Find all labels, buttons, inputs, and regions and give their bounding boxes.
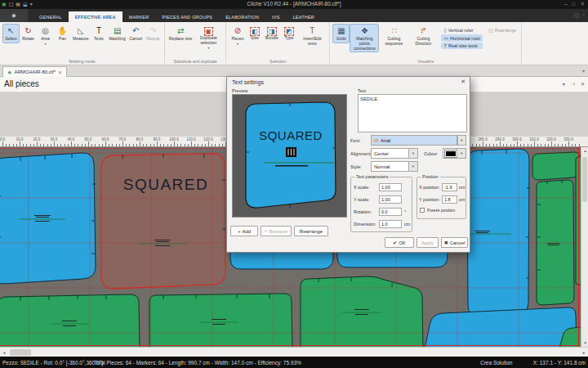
ribbon-button-bundle[interactable]: ◨Bundle — [263, 24, 280, 43]
ribbon-toggle-real-size-texts[interactable]: TReal size texts — [441, 43, 483, 49]
scroll-up-icon[interactable]: ▴ — [581, 147, 588, 155]
minimize-ribbon-icon[interactable]: ▫ — [583, 12, 585, 20]
x-scale-field[interactable] — [379, 183, 402, 191]
font-value: Arial — [378, 138, 457, 143]
y-scale-field[interactable] — [379, 195, 402, 204]
ribbon-button-measure[interactable]: ◺Measure — [71, 24, 90, 43]
minimize-icon[interactable]: – — [564, 0, 568, 8]
ribbon-button-select[interactable]: ↖Select — [2, 24, 20, 43]
dialog-close-icon[interactable]: ✕ — [461, 79, 466, 85]
file-menu-button[interactable]: ◆ — [0, 9, 28, 22]
ok-button[interactable]: ✔ OK — [385, 237, 414, 248]
ribbon-button-type[interactable]: ◩Type — [280, 24, 297, 43]
ribbon-button-cancel[interactable]: ↶Cancel — [127, 24, 145, 43]
check-icon: ✔ — [393, 240, 397, 245]
remove-button[interactable]: − Remove — [261, 226, 292, 236]
ribbon-toggle-horizontal-ruler[interactable]: ▭Horizontal ruler — [441, 34, 483, 42]
scroll-right-icon[interactable]: ▸ — [580, 348, 588, 357]
titlebar: ▣ ▢ ▤ ⬓ ▾ Cliche V10 R2.44 - [ARMCHAIR-8… — [0, 0, 588, 9]
rotation-field[interactable] — [379, 208, 402, 216]
ruler-tick — [60, 144, 61, 146]
ruler-tick — [122, 141, 123, 146]
document-tab[interactable]: ❖ ARMCHAIR-80.clf* ✕ — [2, 66, 67, 77]
y-position-field[interactable] — [442, 195, 457, 204]
cancel-button[interactable]: ✖ Cancel — [441, 237, 468, 248]
ribbon-button-area[interactable]: ◎Area▾ — [37, 24, 54, 47]
chevron-down-icon: ▾ — [408, 149, 417, 158]
ribbon-button-cutting-direction[interactable]: ↱Cutting Direction — [408, 24, 438, 48]
panel-pin-icon[interactable]: ⊤ — [570, 82, 576, 86]
ribbon-button-rotate[interactable]: ↻Rotate — [20, 24, 37, 43]
rearrange-button[interactable]: Rearrange — [294, 226, 328, 236]
ribbon-button-pan[interactable]: ✋Pan — [54, 24, 71, 43]
y-position-label: Y position: — [419, 197, 440, 202]
piece-blue-1[interactable] — [0, 153, 96, 284]
font-combo[interactable]: O Arial — [371, 135, 457, 146]
document-tab-close-icon[interactable]: ✕ — [58, 70, 62, 75]
dimension-field[interactable] — [379, 220, 402, 228]
alignment-combo[interactable]: Center ▾ — [371, 148, 418, 159]
ribbon-button-size[interactable]: ◧Size — [246, 24, 263, 43]
ruler-tick — [167, 144, 168, 146]
piece-green-strip-right[interactable] — [537, 180, 574, 305]
ribbon-button-matching[interactable]: ▤Matching — [107, 24, 127, 43]
ruler-tick — [523, 144, 524, 146]
button-label: Matching — [109, 37, 125, 42]
maximize-icon[interactable]: □ — [572, 0, 576, 8]
tab-ivs[interactable]: IVS — [265, 11, 286, 22]
tab-leather[interactable]: LEATHER — [287, 11, 321, 22]
piece-green-bottom-3[interactable] — [301, 276, 423, 347]
tab-pieces-and-groups[interactable]: PIECES AND GROUPS — [155, 11, 219, 22]
ruler-tick — [208, 141, 209, 146]
help-icon[interactable]: ⓘ — [574, 12, 579, 20]
rotation-unit: ° — [404, 209, 406, 214]
tab-general[interactable]: GENERAL — [33, 11, 69, 22]
ruler-tick — [37, 141, 38, 146]
horizontal-scroll-thumb[interactable] — [10, 349, 31, 356]
ribbon-button-texts[interactable]: TTexts — [90, 24, 107, 43]
ribbon-button-replace-size[interactable]: ⇄Replace size — [167, 24, 194, 43]
ribbon-toggle-vertical-ruler[interactable]: ▯Vertical ruler — [441, 26, 483, 34]
document-tab-bar: ❖ ARMCHAIR-80.clf* ✕ ▾ — [0, 65, 588, 77]
piece-green-bottom-2[interactable] — [149, 294, 292, 347]
x-icon: ✖ — [444, 240, 448, 245]
style-combo[interactable]: Normal ▾ — [371, 161, 418, 172]
selected-piece[interactable] — [101, 154, 225, 289]
scroll-down-icon[interactable]: ▾ — [581, 339, 588, 347]
scroll-left-icon[interactable]: ◂ — [0, 348, 8, 357]
vertical-scroll-thumb[interactable] — [582, 157, 587, 202]
ribbon-button-grids[interactable]: ▦Grids — [332, 24, 350, 43]
panel-close-icon[interactable]: ✕ — [581, 81, 585, 87]
ribbon-button-repeat[interactable]: ↷Repeat — [145, 24, 162, 43]
ribbon-button-insert-edit-texts[interactable]: TInsert/Edit texts — [297, 24, 327, 48]
tab-elaboration[interactable]: ELABORATION — [219, 11, 265, 22]
ribbon-group-selection: ⊘Pieces▾◧Size◨Bundle◩TypeTInsert/Edit te… — [226, 22, 330, 65]
tab-effective-area[interactable]: EFFECTIVE AREA — [69, 11, 122, 22]
tab-marker[interactable]: MARKER — [122, 11, 156, 22]
colour-combo[interactable]: ▾ — [443, 148, 466, 159]
panel-dropdown-icon[interactable]: ▾ — [563, 81, 565, 87]
text-value-input[interactable]: SEDILE — [358, 94, 467, 132]
ribbon-toggle-rearrange[interactable]: ◱Rearrange — [486, 26, 519, 34]
close-icon[interactable]: ✕ — [581, 0, 585, 8]
apply-button[interactable]: Apply — [416, 237, 439, 248]
ribbon-button-pieces[interactable]: ⊘Pieces▾ — [229, 24, 246, 47]
button-label: Cutting Direction — [410, 37, 436, 47]
font-dropdown-button[interactable]: ▾ — [457, 135, 466, 146]
ruler-tick — [568, 141, 569, 146]
ribbon-button-cutting-sequence[interactable]: ∷Cutting sequence — [379, 24, 408, 48]
freeze-position-checkbox[interactable] — [420, 208, 425, 213]
ruler-tick — [116, 144, 117, 146]
tab-list-dropdown-icon[interactable]: ▾ — [582, 68, 585, 74]
piece-green-top-right[interactable] — [532, 152, 580, 180]
ruler-tick — [174, 141, 175, 146]
add-button[interactable]: + Add — [230, 226, 258, 236]
piece-blue-bottom-right[interactable] — [425, 307, 577, 347]
dialog-titlebar[interactable]: Text settings ✕ — [227, 77, 470, 88]
preview-box: SQUARED — [232, 94, 347, 218]
vertical-scrollbar[interactable]: ▴ ▾ — [581, 147, 588, 347]
ribbon-button-matching-points-connections[interactable]: ❖Matching points connections — [350, 24, 379, 52]
x-position-field[interactable] — [442, 183, 457, 191]
ribbon-button-duplicate-selection[interactable]: ▣Duplicate selection▾ — [194, 24, 223, 52]
horizontal-scrollbar[interactable]: ◂ ▸ — [0, 347, 588, 357]
